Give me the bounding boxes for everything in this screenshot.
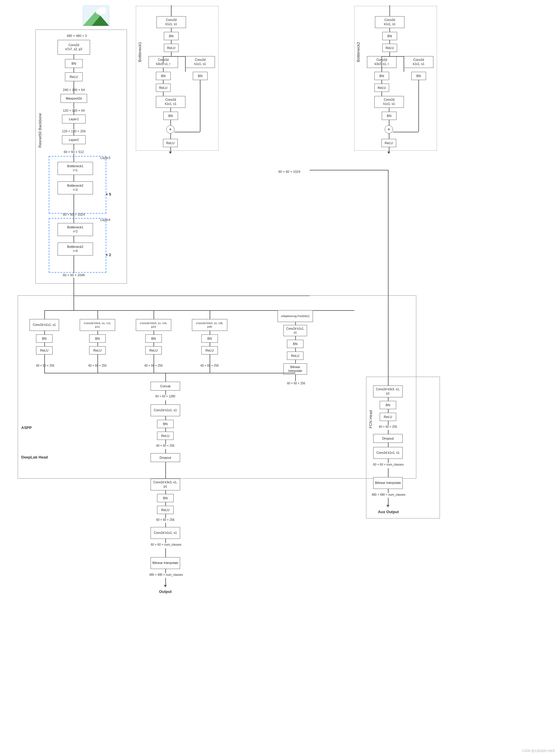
deeplab-final-label: 60 × 60 × num_classes — [142, 543, 191, 546]
aspp-bn4: BN — [201, 335, 218, 343]
aspp-out5-label: 60 × 60 × 256 — [277, 382, 315, 385]
bn1-plus: + — [166, 125, 175, 133]
bn2-conv1: Conv2dk1x1, s1 — [375, 16, 404, 28]
aspp-label: ASPP — [21, 425, 32, 430]
aspp-conv2: Conv2d k3x3, s1, r12, p12 — [80, 319, 115, 331]
aspp-bn3: BN — [145, 335, 162, 343]
bn1-relu2: ReLU — [156, 83, 171, 92]
resnet50-label: Resnet50 Backbone — [38, 59, 42, 148]
fcn-bilinear-out-label: 480 × 480 × num_classes — [365, 493, 412, 496]
bottleneck2-r4: Bottleneck2 r=4 — [57, 243, 93, 255]
after-layer4-label: 60 × 60 × 2048 — [50, 273, 97, 277]
bottleneck1-r1: Bottleneck1 r=1 — [57, 162, 93, 175]
diagram-container: 480 × 480 × 3 Resnet50 Backbone Conv2d k… — [0, 0, 558, 756]
bn2-plus: + — [385, 125, 393, 133]
bottleneck1-title: Bottleneck1 — [137, 9, 142, 62]
aspp-relu4: ReLU — [201, 346, 218, 355]
aspp-conv3: Conv2d k3x3, s1, r24, p24 — [136, 319, 171, 331]
fcn-bn: BN — [380, 401, 396, 409]
bottleneck2-r2: Bottleneck2 r=2 — [57, 181, 93, 194]
deeplab-conv: Conv2d k3x3, s1, p1 — [151, 479, 180, 490]
bilinear-out-label: 480 × 480 × num_classes — [142, 573, 191, 577]
deeplab-head-label: DeepLab Head — [21, 455, 48, 459]
concat-box: Concat — [151, 382, 180, 391]
aspp-bn2: BN — [89, 335, 106, 343]
fcn-conv: Conv2d k3x3, s1, p1 — [373, 386, 403, 397]
watermark: CSDN @太阳花的小绿豆 — [522, 749, 555, 753]
fcn-conv-out-label: 60 × 60 × 256 — [367, 425, 408, 429]
bn1-bn-final: BN — [163, 112, 178, 120]
bn1-conv-final: Conv2dk1x1, s1 — [156, 96, 185, 108]
bilinear-final: Bilinear Interpolate — [151, 557, 180, 569]
aspp-relu5: ReLU — [287, 351, 304, 360]
aspp-bn1: BN — [36, 335, 53, 343]
proj-relu: ReLU — [157, 432, 174, 440]
aspp-conv1: Conv2d k1x1, s1 — [29, 319, 59, 331]
aspp-out1-label: 60 × 60 × 256 — [26, 364, 65, 367]
output-label: Output — [154, 589, 177, 594]
maxpool: Maxpool2d — [60, 94, 87, 103]
bn1-bn3: BN — [193, 72, 207, 80]
bottleneck1-r2: Bottleneck1 r=2 — [57, 223, 93, 236]
adaptive-avg-pool: AdaptiveAvg Pool2d(1) — [278, 310, 313, 322]
bn1-relu1: ReLU — [164, 44, 179, 52]
fcn-bilinear: Bilinear Interpolate — [373, 477, 403, 489]
bn2-relu2: ReLU — [374, 83, 389, 92]
fcn-relu: ReLU — [380, 413, 396, 421]
after-layer2-label: 60 × 60 × 512 — [50, 150, 97, 154]
bn2-bn3: BN — [411, 72, 426, 80]
aspp-conv5: Conv2d k1x1, s1 — [283, 325, 307, 336]
bn1-bn1: BN — [164, 32, 179, 40]
after-proj-label: 60 × 60 × 256 — [145, 444, 186, 447]
bn-main: BN — [65, 59, 83, 68]
deeplab-relu: ReLU — [157, 506, 174, 514]
fcn-dropout: Dropout — [373, 434, 403, 443]
svg-point-4 — [96, 9, 104, 15]
proj-conv: Conv2d k1x1, s1 — [151, 405, 180, 416]
logo — [83, 5, 109, 26]
aspp-relu1: ReLU — [36, 346, 53, 355]
relu-main: ReLU — [65, 72, 83, 81]
bn2-bn-final: BN — [382, 112, 397, 120]
dropout-aspp: Dropout — [151, 453, 180, 462]
x2-label: × 2 — [106, 252, 111, 257]
fcn-head-label: FCN Head — [369, 381, 373, 429]
fcn-final-conv: Conv2d k1x1, s1 — [373, 447, 403, 459]
deeplab-conv-out-label: 60 × 60 × 256 — [145, 518, 186, 521]
deeplab-bn: BN — [157, 494, 174, 502]
bn2-bn2: BN — [374, 72, 389, 80]
layer4-label: Layer4 — [100, 218, 110, 222]
aux-output-label: Aux Output — [372, 510, 405, 514]
bn2-conv3: Conv2dk1x1, s1 — [404, 56, 433, 68]
bn1-bn2: BN — [156, 72, 171, 80]
concat-size-label: 60 × 60 × 1280 — [145, 395, 186, 398]
bn1-conv3: Conv2dk1x1, s1 — [185, 56, 215, 68]
proj-bn: BN — [157, 420, 174, 428]
conv-k7x7: Conv2d k7x7, s2, p3 — [57, 40, 90, 55]
bn2-bn1: BN — [382, 32, 397, 40]
layer3-label: Layer3 — [100, 156, 110, 160]
bn2-relu1: ReLU — [382, 44, 397, 52]
aspp-relu2: ReLU — [89, 346, 106, 355]
bottleneck2-title: Bottleneck2 — [356, 9, 360, 62]
deeplab-final-conv: Conv2d k1x1, s1 — [151, 527, 180, 539]
layer2: Layer2 — [62, 135, 85, 144]
layer3-to-aspp-label: 60 × 60 × 1024 — [266, 170, 313, 173]
layer1: Layer1 — [62, 115, 85, 123]
bn1-relu-out: ReLU — [163, 139, 178, 147]
bn1-conv1: Conv2dk1x1, s1 — [156, 16, 186, 28]
aspp-relu3: ReLU — [145, 346, 162, 355]
fcn-final-label: 60 × 60 × num_classes — [365, 463, 411, 466]
aspp-conv4: Conv2d k3x3, s1, r36, p36 — [192, 319, 227, 331]
bn2-conv-final: Conv2dk1x1, s1 — [374, 96, 404, 108]
bn2-relu-out: ReLU — [381, 139, 396, 147]
x5-label: × 5 — [106, 192, 111, 196]
aspp-bn5: BN — [287, 340, 304, 348]
